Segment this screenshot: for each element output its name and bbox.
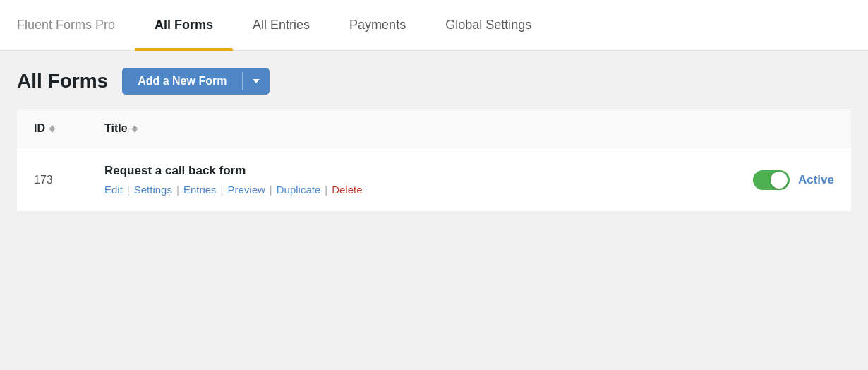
- separator-4: |: [270, 184, 272, 196]
- row-form-title: Request a call back form: [104, 164, 739, 178]
- separator-5: |: [325, 184, 327, 196]
- page-header: All Forms Add a New Form: [17, 68, 851, 95]
- toggle-knob: [771, 172, 788, 189]
- action-duplicate[interactable]: Duplicate: [277, 184, 321, 196]
- action-settings[interactable]: Settings: [134, 184, 172, 196]
- sort-up-icon: [132, 125, 138, 129]
- chevron-down-icon: [253, 79, 260, 83]
- action-entries[interactable]: Entries: [183, 184, 217, 196]
- separator-1: |: [127, 184, 130, 196]
- sort-down-icon: [132, 129, 138, 133]
- status-toggle[interactable]: [753, 170, 790, 190]
- action-edit[interactable]: Edit: [104, 184, 123, 196]
- table-row: 173 Request a call back form Edit | Sett…: [17, 148, 851, 212]
- add-form-button-group: Add a New Form: [122, 68, 270, 95]
- row-id: 173: [34, 174, 104, 186]
- nav-item-all-entries[interactable]: All Entries: [233, 0, 330, 51]
- id-sort-arrows: [49, 125, 55, 133]
- sort-up-icon: [49, 125, 55, 129]
- row-content: Request a call back form Edit | Settings…: [104, 164, 739, 196]
- action-preview[interactable]: Preview: [227, 184, 265, 196]
- page-content: All Forms Add a New Form ID Title: [0, 51, 868, 212]
- top-nav: Fluent Forms Pro All Forms All Entries P…: [0, 0, 868, 51]
- forms-table: ID Title 173 Request a call back form: [17, 109, 851, 212]
- title-sort-arrows: [132, 125, 138, 133]
- nav-item-global-settings[interactable]: Global Settings: [426, 0, 551, 51]
- table-header: ID Title: [17, 109, 851, 148]
- sort-down-icon: [49, 129, 55, 133]
- row-status: Active: [753, 170, 834, 190]
- column-header-title[interactable]: Title: [104, 122, 834, 135]
- row-actions: Edit | Settings | Entries | Preview | Du…: [104, 184, 739, 196]
- add-form-dropdown-button[interactable]: [243, 68, 270, 95]
- nav-item-all-forms[interactable]: All Forms: [135, 0, 233, 51]
- nav-brand[interactable]: Fluent Forms Pro: [17, 0, 135, 51]
- separator-3: |: [221, 184, 224, 196]
- page-title: All Forms: [17, 70, 108, 92]
- nav-item-payments[interactable]: Payments: [330, 0, 426, 51]
- add-form-button[interactable]: Add a New Form: [122, 68, 242, 95]
- column-header-id[interactable]: ID: [34, 122, 104, 135]
- separator-2: |: [176, 184, 179, 196]
- status-badge: Active: [798, 173, 834, 187]
- action-delete[interactable]: Delete: [332, 184, 362, 196]
